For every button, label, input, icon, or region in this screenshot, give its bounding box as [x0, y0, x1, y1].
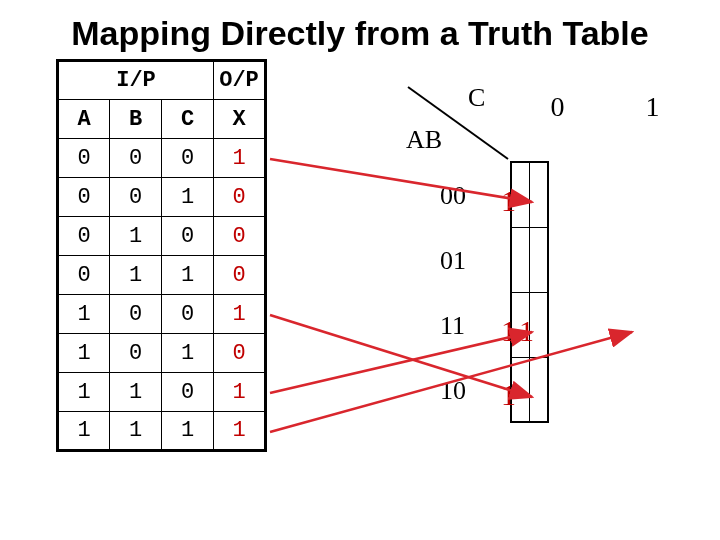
table-cell: 1: [214, 412, 266, 451]
table-row: 0100: [58, 217, 266, 256]
kmap-row-header-00: 00: [440, 163, 466, 228]
table-cell: 1: [110, 217, 162, 256]
col-header-b: B: [110, 100, 162, 139]
kmap-cell-10-1: [530, 357, 549, 422]
table-row: 0010: [58, 178, 266, 217]
table-cell: 0: [162, 295, 214, 334]
table-row: 1111: [58, 412, 266, 451]
table-cell: 1: [162, 412, 214, 451]
table-cell: 1: [162, 178, 214, 217]
slide-title: Mapping Directly from a Truth Table: [0, 0, 720, 57]
table-cell: 1: [214, 139, 266, 178]
col-header-x: X: [214, 100, 266, 139]
table-cell: 0: [110, 178, 162, 217]
kmap-corner: C AB: [400, 81, 510, 161]
table-cell: 1: [214, 373, 266, 412]
table-cell: 0: [58, 256, 110, 295]
input-section-header: I/P: [58, 61, 214, 100]
svg-line-2: [270, 315, 532, 397]
table-row: 1101: [58, 373, 266, 412]
table-cell: 0: [110, 295, 162, 334]
col-header-c: C: [162, 100, 214, 139]
table-row: 1001: [58, 295, 266, 334]
kmap-grid: 1 1 1 1: [510, 161, 549, 423]
table-cell: 0: [214, 256, 266, 295]
slide-body: I/P O/P A B C X 000100100100011010011010…: [0, 57, 720, 477]
kmap-cell-00-1: [530, 162, 549, 227]
table-cell: 1: [110, 256, 162, 295]
table-row: 0001: [58, 139, 266, 178]
kmap-cell-00-0: 1: [511, 162, 530, 227]
table-row: 1010: [58, 334, 266, 373]
kmap-cell-01-0: [511, 227, 530, 292]
kmap-col-header-1: 1: [605, 91, 700, 123]
kmap-row-header-10: 10: [440, 358, 466, 423]
table-cell: 1: [58, 373, 110, 412]
table-cell: 1: [162, 334, 214, 373]
table-cell: 1: [58, 412, 110, 451]
table-cell: 0: [162, 373, 214, 412]
kmap-row-header-01: 01: [440, 228, 466, 293]
kmap-col-header-0: 0: [510, 91, 605, 123]
table-cell: 1: [58, 334, 110, 373]
table-row: 0110: [58, 256, 266, 295]
col-header-a: A: [58, 100, 110, 139]
svg-line-1: [270, 159, 532, 202]
table-cell: 0: [214, 334, 266, 373]
table-cell: 1: [110, 373, 162, 412]
kmap-cell-10-0: 1: [511, 357, 530, 422]
output-section-header: O/P: [214, 61, 266, 100]
kmap-col-var: C: [468, 83, 485, 113]
kmap-cell-11-1: 1: [530, 292, 549, 357]
table-cell: 0: [162, 217, 214, 256]
table-cell: 1: [214, 295, 266, 334]
table-cell: 0: [110, 334, 162, 373]
svg-line-3: [270, 332, 532, 393]
table-cell: 1: [58, 295, 110, 334]
table-cell: 0: [58, 217, 110, 256]
table-cell: 0: [58, 139, 110, 178]
table-cell: 0: [162, 139, 214, 178]
table-cell: 0: [214, 178, 266, 217]
table-cell: 0: [214, 217, 266, 256]
table-cell: 0: [58, 178, 110, 217]
kmap-row-var: AB: [406, 125, 442, 155]
kmap-cell-01-1: [530, 227, 549, 292]
table-cell: 1: [110, 412, 162, 451]
table-cell: 1: [162, 256, 214, 295]
truth-table: I/P O/P A B C X 000100100100011010011010…: [56, 59, 267, 452]
table-cell: 0: [110, 139, 162, 178]
kmap-row-header-11: 11: [440, 293, 465, 358]
